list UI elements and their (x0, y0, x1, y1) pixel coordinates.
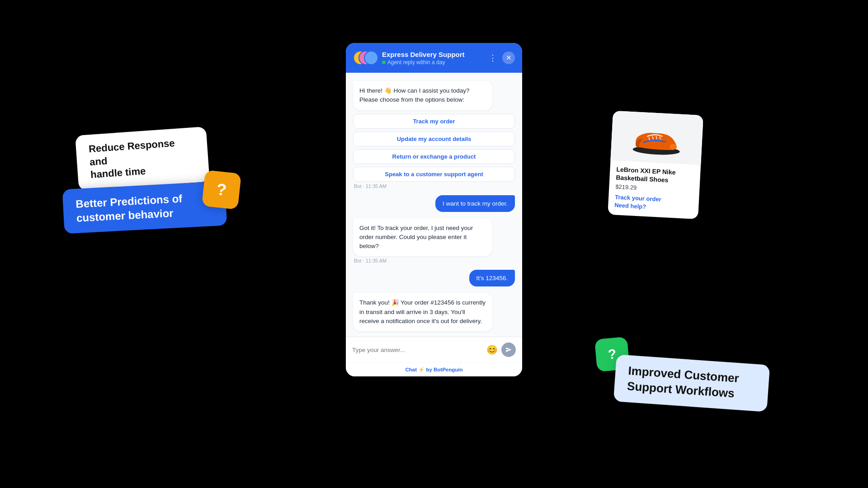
product-links: Track your order Need help? (614, 194, 693, 213)
bot-text-3: Thank you! 🎉 Your order #123456 is curre… (359, 299, 486, 324)
chat-header: Express Delivery Support Agent reply wit… (346, 43, 522, 73)
user-bubble-1: I want to track my order. (435, 195, 515, 212)
chat-title: Express Delivery Support (382, 51, 481, 58)
menu-button[interactable]: ⋮ (487, 52, 499, 64)
chat-window: Express Delivery Support Agent reply wit… (346, 43, 522, 376)
bot-meta-2: Bot · 11:35 AM (354, 258, 387, 263)
option-return-exchange[interactable]: Return or exchange a product (353, 149, 515, 164)
avatar-group (353, 49, 377, 66)
chat-subtitle: Agent reply within a day (382, 59, 481, 66)
chat-footer: Chat ⚡ by BotPenguin (346, 362, 522, 376)
bot-options: Track my order Update my account details… (353, 114, 515, 182)
shoe-image (629, 118, 685, 157)
bot-bubble-2: Got it! To track your order, I just need… (353, 218, 492, 257)
product-card: LeBron XXI EP Nike Basketball Shoes $219… (608, 111, 703, 220)
bot-bubble-1: Hi there! 👋 How can I assist you today? … (353, 81, 492, 110)
online-indicator (382, 61, 386, 64)
avatar-3 (364, 51, 378, 65)
bot-text-1: Hi there! 👋 How can I assist you today? … (359, 87, 470, 103)
chat-header-actions: ⋮ ✕ (487, 52, 515, 64)
bot-bubble-3: Thank you! 🎉 Your order #123456 is curre… (353, 293, 492, 331)
chat-input[interactable] (352, 347, 483, 353)
option-track-order[interactable]: Track my order (353, 114, 515, 129)
chat-body: Hi there! 👋 How can I assist you today? … (346, 73, 522, 337)
product-name: LeBron XXI EP Nike Basketball Shoes (616, 165, 694, 185)
bot-text-2: Got it! To track your order, I just need… (359, 225, 473, 250)
reduce-response-text: Reduce Response and (88, 137, 175, 168)
handle-time-text: handle time (90, 165, 146, 180)
emoji-button[interactable]: 😊 (486, 344, 498, 355)
close-button[interactable]: ✕ (502, 52, 515, 64)
user-bubble-2: It's 123456. (469, 270, 515, 286)
bot-message-3: Thank you! 🎉 Your order #123456 is curre… (353, 293, 515, 331)
reduce-response-card: Reduce Response and handle time (75, 127, 210, 191)
bot-meta-1: Bot · 11:35 AM (354, 183, 387, 189)
user-message-2: It's 123456. (353, 270, 515, 286)
bot-message-1: Hi there! 👋 How can I assist you today? … (353, 81, 515, 189)
send-button[interactable] (501, 343, 516, 357)
option-update-account[interactable]: Update my account details (353, 131, 515, 146)
user-text-1: I want to track my order. (443, 200, 508, 207)
workflows-card: Improved Customer Support Workflows (613, 355, 770, 412)
question-icon-orange: ? (202, 170, 241, 210)
chat-input-area: 😊 (346, 337, 522, 362)
footer-prefix: Chat ⚡ by (405, 367, 434, 372)
user-text-2: It's 123456. (476, 275, 508, 282)
footer-brand: BotPenguin (434, 367, 463, 372)
send-icon (505, 347, 512, 353)
chat-header-info: Express Delivery Support Agent reply wit… (382, 51, 481, 66)
option-speak-agent[interactable]: Speak to a customer support agent (353, 167, 515, 182)
user-message-1: I want to track my order. (353, 195, 515, 212)
workflows-text: Improved Customer Support Workflows (627, 364, 739, 400)
bot-message-2: Got it! To track your order, I just need… (353, 218, 515, 264)
product-image-area (610, 111, 703, 165)
product-info: LeBron XXI EP Nike Basketball Shoes $219… (608, 160, 701, 213)
predictions-text: Better Predictions of customer behavior (75, 192, 183, 224)
predictions-card: Better Predictions of customer behavior (62, 181, 227, 234)
chat-subtitle-text: Agent reply within a day (387, 59, 445, 66)
